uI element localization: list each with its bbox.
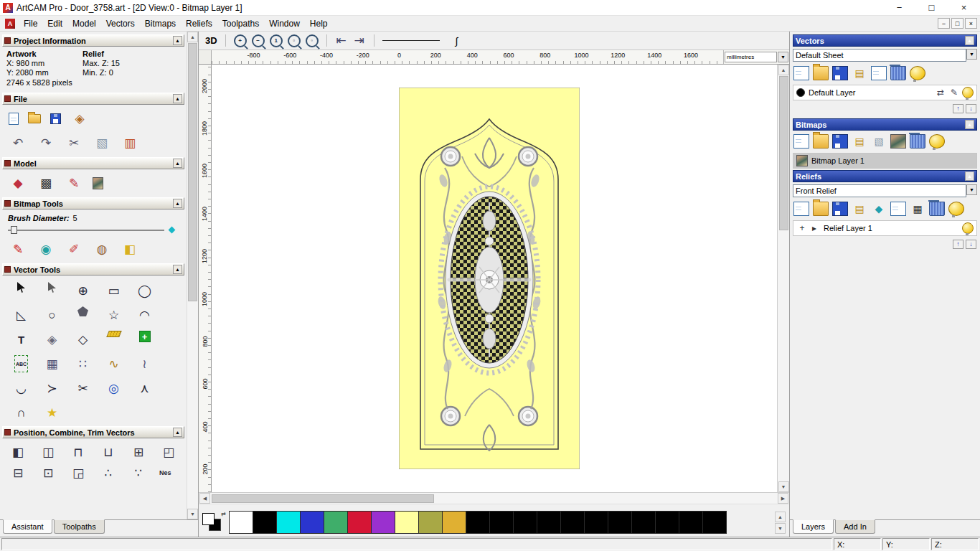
palette-swatch[interactable] [513,511,537,534]
maximize-button[interactable]: □ [915,0,948,15]
all-layers-visibility-icon[interactable] [910,66,925,80]
cut-icon[interactable]: ✂ [65,134,83,151]
undo-icon[interactable]: ↶ [9,134,27,151]
relief-dropdown-icon[interactable] [966,184,977,195]
mdi-minimize-button[interactable]: − [938,18,950,29]
collapse-bitmaps-button[interactable] [965,120,974,129]
collapse-vector-tools-button[interactable] [173,265,182,274]
load-bitmap-icon[interactable] [93,177,103,189]
open-bitmap-icon[interactable] [813,134,829,149]
delete-vector-layer-icon[interactable] [890,66,906,80]
slice-vectors-icon[interactable]: ⋏ [136,380,154,397]
palette-swatch[interactable] [229,511,253,534]
import-3d-model-icon[interactable]: ◈ [70,110,89,127]
canvas-vertical-scrollbar[interactable]: ▲ ▼ [777,65,789,492]
measure-icon[interactable] [106,331,122,337]
copy-bitmap-icon[interactable]: ▧ [871,134,887,149]
draw-icon[interactable]: ✎ [9,240,27,258]
align-left-icon[interactable]: ◧ [9,443,27,461]
align-inside-icon[interactable]: ◰ [159,443,178,461]
vector-layer-row[interactable]: Default Layer ⇄✎ [793,85,977,100]
palette-swatch[interactable] [537,511,561,534]
create-polyline-icon[interactable]: ◺ [12,306,31,324]
units-dropdown-icon[interactable] [778,52,788,62]
texture-relief-icon[interactable]: ▦ [910,202,925,216]
sheet-dropdown-icon[interactable] [966,49,977,60]
create-text-icon[interactable]: T [12,331,31,348]
text-block-icon[interactable]: ABC [14,355,28,372]
zoom-in-icon[interactable]: + [234,34,247,47]
collapse-model-button[interactable] [173,159,182,168]
tab-toolpaths[interactable]: Toolpaths [54,519,105,534]
palette-swatch[interactable] [631,511,656,534]
sculpt-relief-icon[interactable]: ✎ [65,174,83,192]
fit-curves-icon[interactable]: ≀ [136,355,154,372]
canvas-horizontal-scrollbar[interactable]: ◀ ▶ [199,492,789,504]
zoom-box-icon[interactable]: ▫ [288,34,301,47]
scroll-left-icon[interactable]: ◀ [199,493,210,504]
palette-swatch[interactable] [560,511,585,534]
new-model-icon[interactable] [9,113,19,125]
align-centre-icon[interactable]: ◫ [39,443,57,461]
relief-selector[interactable]: Front Relief [793,184,977,197]
array-copy-icon[interactable]: ∵ [129,464,148,481]
menu-toolpaths[interactable]: Toolpaths [217,17,264,31]
menu-reliefs[interactable]: Reliefs [181,17,217,31]
scroll-up-icon[interactable]: ▲ [775,512,786,522]
tab-layers[interactable]: Layers [793,519,834,534]
palette-swatch[interactable] [418,511,443,534]
drawing-canvas[interactable] [212,65,777,492]
scrollbar-thumb[interactable] [779,76,788,230]
paste-icon[interactable]: ▧ [93,134,111,151]
create-star-icon[interactable]: ☆ [105,306,123,324]
bitmap-layer-thumb-icon[interactable] [796,155,808,166]
palette-swatch[interactable] [300,511,324,534]
palette-swatch[interactable] [584,511,608,534]
minimize-button[interactable]: − [883,0,915,15]
create-ellipse-icon[interactable]: ○ [43,306,62,324]
import-relief-icon[interactable]: ▤ [852,202,867,216]
menu-model[interactable]: Model [67,17,101,31]
menu-window[interactable]: Window [264,17,305,31]
delete-relief-layer-icon[interactable] [929,202,945,216]
save-relief-icon[interactable] [832,202,848,216]
move-relief-up-icon[interactable]: ↑ [953,240,963,249]
palette-swatch[interactable] [655,511,679,534]
import-vectors-icon[interactable]: ▤ [852,66,867,80]
menu-help[interactable]: Help [305,17,333,31]
centre-in-page-icon[interactable]: ⊞ [129,443,148,461]
collapse-reliefs-button[interactable] [965,171,974,181]
nest-vectors-icon[interactable]: ∿ [105,355,123,372]
scroll-down-icon[interactable]: ▼ [775,523,786,534]
scatter-copies-icon[interactable]: ∴ [99,464,118,481]
notes-icon[interactable]: ▥ [121,134,139,151]
spray-icon[interactable]: ✐ [65,240,83,258]
create-polygon-icon[interactable] [77,306,88,316]
open-model-icon[interactable] [28,114,41,123]
swap-colours-icon[interactable] [221,511,226,517]
new-relief-layer-icon[interactable] [793,202,809,216]
new-bitmap-layer-icon[interactable] [793,134,809,149]
menu-edit[interactable]: Edit [42,17,67,31]
create-circle-icon[interactable]: ◯ [136,282,154,299]
copy-relief-icon[interactable] [890,202,906,216]
flood-fill-icon[interactable]: ◧ [121,240,139,258]
wrap-text-icon[interactable]: ◈ [43,331,62,348]
create-arc-icon[interactable]: ◠ [136,306,154,324]
zoom-out-icon[interactable]: − [252,34,265,47]
collapse-position-button[interactable] [173,428,182,437]
paste-along-curve-icon[interactable]: + [139,331,151,342]
subtract-vectors-icon[interactable]: ⊡ [39,464,57,481]
scroll-up-icon[interactable]: ▲ [187,32,198,42]
collapse-bitmap-tools-button[interactable] [173,199,182,208]
scroll-down-icon[interactable]: ▼ [187,509,198,519]
sheet-selector[interactable]: Default Sheet [793,49,977,62]
palette-swatch[interactable] [608,511,632,534]
layer-visibility-icon[interactable] [962,87,974,98]
save-model-icon[interactable] [50,113,61,124]
palette-swatch[interactable] [702,511,727,534]
trim-overlap-icon[interactable]: ◲ [69,464,88,481]
palette-swatch[interactable] [276,511,301,534]
line-width-preview[interactable] [382,35,451,47]
node-editing-icon[interactable] [48,282,56,293]
